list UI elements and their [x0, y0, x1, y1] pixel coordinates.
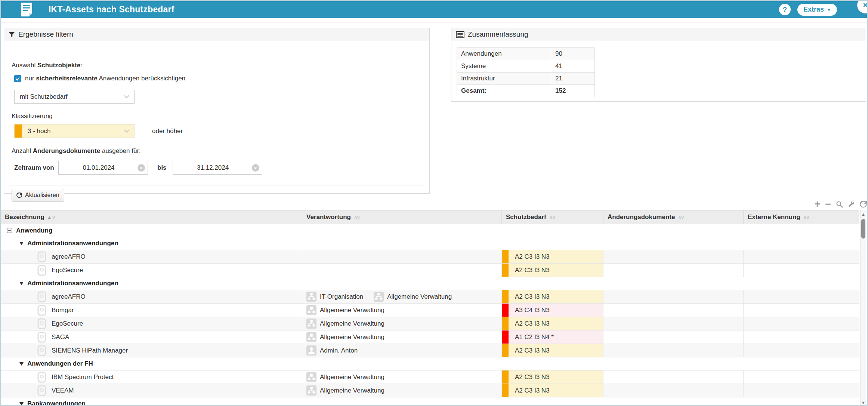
externe-kennung-cell — [744, 304, 859, 317]
klassifizierung-select[interactable]: 3 - hoch — [14, 124, 135, 138]
asset-table: Bezeichnung▲∨Verantwortung∧∨Schutzbedarf… — [1, 210, 859, 406]
table-row[interactable]: IBM Spectrum ProtectAllgemeine Verwaltun… — [1, 370, 859, 384]
klassifizierung-select-value: 3 - hoch — [28, 127, 124, 135]
klassifizierung-label: Klassifizierung — [12, 113, 53, 120]
column-header-3[interactable]: Schutzbedarf∧∨ — [502, 210, 603, 224]
minus-icon[interactable]: − — [825, 200, 831, 208]
table-row[interactable]: EgoSecureA2 C3 I3 N3 — [1, 264, 859, 277]
organization-icon — [374, 292, 384, 302]
table-scrollbar[interactable]: ▲ ▼ — [860, 210, 866, 406]
sort-icons: ∧∨ — [678, 215, 683, 220]
search-icon[interactable] — [836, 201, 843, 208]
responsibility-entry: Allgemeine Verwaltung — [306, 319, 384, 329]
scrollbar-thumb[interactable] — [861, 219, 865, 239]
classification-color-indicator — [502, 344, 509, 357]
filter-panel: Ergebnisse filtern Auswahl Schutzobjekte… — [4, 28, 430, 194]
report-document-icon — [21, 2, 33, 17]
aenderungsdokumente-cell — [603, 370, 744, 384]
summary-table: Anwendungen90 Systeme41 Infrastruktur21 … — [457, 47, 595, 97]
externe-kennung-cell — [744, 250, 859, 263]
column-header-4[interactable]: Änderungsdokumente∧∨ — [603, 210, 744, 224]
application-icon — [37, 291, 46, 302]
schutzbedarf-value: A2 C3 I3 N3 — [515, 387, 550, 394]
aenderungsdokumente-cell — [603, 250, 744, 263]
responsibility-name: Allgemeine Verwaltung — [320, 373, 384, 381]
aenderungsdokumente-label: Anzahl Änderungsdokumente ausgeben für: — [12, 147, 141, 155]
classification-color-indicator — [15, 124, 22, 138]
subgroup-label: Bankanwendungen — [27, 400, 86, 406]
scroll-down-icon[interactable]: ▼ — [861, 400, 866, 405]
subgroup-row[interactable]: Bankanwendungen — [1, 397, 859, 406]
table-row[interactable]: agreeAFROIT-OrganisationAllgemeine Verwa… — [1, 290, 859, 304]
asset-name: VEEAM — [52, 387, 74, 394]
funnel-icon — [9, 31, 15, 38]
collapse-triangle-icon[interactable] — [19, 402, 24, 406]
page-title: IKT-Assets nach Schutzbedarf — [49, 4, 174, 15]
collapse-triangle-icon[interactable] — [19, 242, 24, 245]
plus-icon[interactable]: + — [814, 200, 820, 208]
refresh-icon — [16, 193, 22, 198]
table-row[interactable]: SIEMENS HiPath ManagerAdmin, AntonA2 C3 … — [1, 344, 859, 357]
classification-color-indicator — [502, 317, 509, 330]
clear-date-to-icon[interactable]: × — [252, 164, 259, 172]
application-icon — [37, 372, 46, 383]
table-toolbar: + − — [823, 199, 867, 209]
schutzbedarf-select[interactable]: mit Schutzbedarf — [14, 90, 135, 104]
classification-color-indicator — [502, 330, 509, 344]
column-header-1[interactable]: Bezeichnung▲∨ — [1, 210, 302, 224]
wrench-icon[interactable] — [848, 201, 855, 208]
checkbox-label: nur sicherheitsrelevante Anwendungen ber… — [25, 75, 185, 82]
summary-panel-header: Zusammenfassung — [451, 28, 866, 41]
application-icon — [37, 251, 46, 262]
aenderungsdokumente-cell — [603, 330, 744, 344]
refresh-icon[interactable] — [860, 201, 867, 208]
responsibility-cell: Allgemeine Verwaltung — [302, 317, 502, 330]
summary-row: Infrastruktur21 — [457, 73, 594, 85]
schutzbedarf-cell: A2 C3 I3 N3 — [502, 344, 603, 357]
subgroup-row[interactable]: Administrationsanwendungen — [1, 237, 859, 250]
subgroup-row[interactable]: Anwendungen der FH — [1, 357, 859, 370]
date-to-input[interactable] — [173, 164, 262, 172]
responsibility-entry: Allgemeine Verwaltung — [306, 305, 384, 315]
column-header-5[interactable]: Externe Kennung∧∨ — [744, 210, 859, 224]
column-label: Verantwortung — [306, 213, 351, 221]
application-icon — [37, 305, 46, 316]
schutzbedarf-cell: A2 C3 I3 N3 — [502, 370, 603, 384]
asset-name: IBM Spectrum Protect — [52, 373, 114, 381]
table-row[interactable]: EgoSecureAllgemeine VerwaltungA2 C3 I3 N… — [1, 317, 859, 330]
externe-kennung-cell — [744, 370, 859, 384]
collapse-triangle-icon[interactable] — [19, 282, 24, 285]
date-from-input[interactable] — [59, 164, 148, 172]
classification-color-indicator — [502, 250, 509, 263]
security-relevant-checkbox[interactable] — [14, 75, 21, 82]
schutzbedarf-cell: A3 C4 I3 N3 — [502, 304, 603, 317]
group-row[interactable]: Anwendung — [1, 224, 859, 237]
schutzbedarf-value: A2 C3 I3 N3 — [515, 267, 550, 274]
asset-name: Bomgar — [52, 307, 74, 314]
responsibility-entry: Allgemeine Verwaltung — [374, 292, 452, 302]
table-row[interactable]: SAGAAllgemeine VerwaltungA1 C2 I3 N4 * — [1, 330, 859, 344]
aktualisieren-button[interactable]: Aktualisieren — [12, 189, 64, 202]
subgroup-row[interactable]: Administrationsanwendungen — [1, 277, 859, 290]
asset-name: EgoSecure — [52, 320, 83, 327]
aenderungsdokumente-cell — [603, 290, 744, 303]
collapse-triangle-icon[interactable] — [19, 362, 24, 366]
summary-panel-title: Zusammenfassung — [468, 30, 528, 39]
classification-color-indicator — [502, 384, 509, 397]
aktualisieren-label: Aktualisieren — [25, 192, 59, 199]
clear-date-from-icon[interactable]: × — [138, 164, 145, 172]
extras-button[interactable]: Extras ▼ — [797, 4, 837, 16]
asset-table-header: Bezeichnung▲∨Verantwortung∧∨Schutzbedarf… — [1, 210, 859, 224]
filter-panel-header: Ergebnisse filtern — [4, 28, 429, 41]
organization-icon — [306, 332, 316, 342]
table-row[interactable]: BomgarAllgemeine VerwaltungA3 C4 I3 N3 — [1, 304, 859, 317]
responsibility-cell: Allgemeine Verwaltung — [302, 330, 502, 344]
help-button[interactable]: ? — [779, 4, 791, 15]
column-header-2[interactable]: Verantwortung∧∨ — [302, 210, 502, 224]
schutzbedarf-select-value: mit Schutzbedarf — [20, 93, 124, 101]
table-row[interactable]: agreeAFROA2 C3 I3 N3 — [1, 250, 859, 264]
table-row[interactable]: VEEAMAllgemeine VerwaltungA2 C3 I3 N3 — [1, 384, 859, 397]
collapse-icon[interactable] — [7, 228, 12, 233]
subgroup-label: Administrationsanwendungen — [27, 240, 118, 247]
scroll-up-icon[interactable]: ▲ — [861, 212, 866, 216]
